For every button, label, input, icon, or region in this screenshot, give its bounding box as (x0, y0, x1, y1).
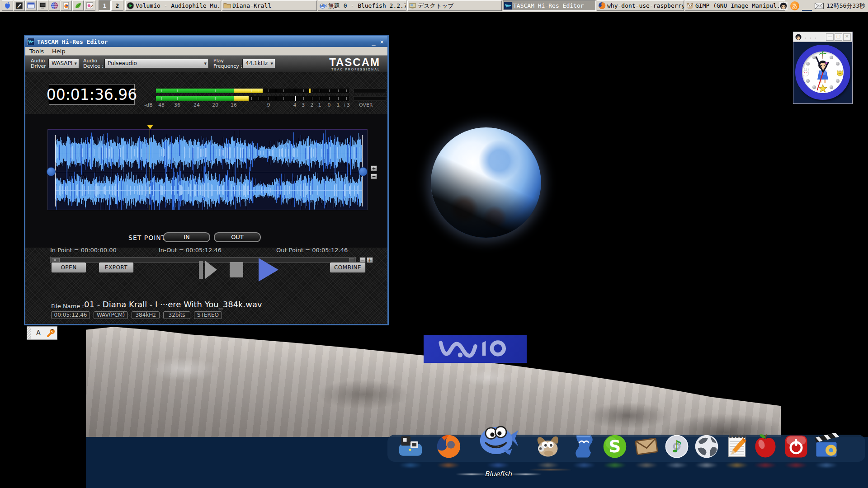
combine-button[interactable]: COMBINE (330, 262, 366, 273)
input-helper-widget[interactable]: A (27, 326, 57, 340)
out-point-handle[interactable] (359, 167, 368, 176)
open-button[interactable]: OPEN (51, 262, 86, 273)
horizontal-zoom-in-button[interactable]: + (367, 257, 373, 263)
dock-icon-reflection (754, 463, 777, 467)
level-meter-right-channel (156, 96, 349, 101)
window-titlebar[interactable]: TASCAM Hi-Res Editor _ ✕ (25, 36, 387, 47)
audio-settings-toolbar: AudioDriver : WASAPI AudioDevice : Pulse… (25, 56, 387, 72)
audio-driver-label: AudioDriver : (31, 58, 49, 69)
dock-icon-reflection (437, 463, 460, 467)
task-button-bluefish[interactable]: 無題 0 - Bluefish 2.2.7 (318, 0, 406, 11)
vertical-zoom-in-button[interactable]: + (371, 165, 377, 171)
task-button-firefox[interactable]: why-dont-use-raspberry-... (597, 0, 684, 11)
menubar: Tools Help (25, 47, 387, 56)
maximize-button[interactable]: ▢ (835, 33, 842, 41)
playhead-line[interactable] (150, 129, 150, 210)
launcher-leaf-app-icon[interactable] (72, 0, 84, 11)
dock-item-gimp[interactable] (534, 433, 561, 460)
helper-label[interactable]: A (31, 329, 46, 337)
task-label: デスクトップ (418, 2, 454, 10)
step-play-icon[interactable] (205, 261, 217, 279)
dock-item-openoffice[interactable] (571, 433, 598, 460)
task-label: TASCAM Hi-Res Editor (513, 2, 584, 9)
task-button-gimp[interactable]: GIMP (GNU Image Manipul... (685, 0, 785, 11)
task-button-desktop[interactable]: デスクトップ (407, 0, 502, 11)
launcher-web-globe-icon[interactable] (49, 0, 60, 11)
clock-hour-dot (836, 62, 840, 66)
minimized-window-icon[interactable] (802, 4, 812, 11)
dock-item-apple[interactable] (752, 433, 779, 460)
workspace-button-1[interactable]: 1 (99, 0, 111, 11)
dock-item-workspace-switcher[interactable] (397, 433, 424, 460)
meter-scale-tick-label: 48 (158, 102, 165, 108)
export-button[interactable]: EXPORT (99, 262, 134, 273)
dock-icon-reflection (815, 463, 838, 467)
meter-scale-tick-label: 1 (318, 102, 321, 108)
dock-item-bluefish[interactable] (477, 418, 519, 460)
task-button-tascam[interactable]: TASCAM Hi-Res Editor (503, 0, 596, 11)
minimize-button[interactable]: _ (372, 38, 375, 45)
dock-item-skype[interactable]: S (601, 433, 628, 460)
workspace-button-2[interactable]: 2 (111, 0, 123, 11)
dock-item-music[interactable]: ♪ (663, 433, 690, 460)
pause-icon[interactable] (199, 261, 203, 279)
playhead-marker[interactable] (147, 125, 153, 129)
set-in-button[interactable]: IN (163, 232, 210, 242)
play-frequency-label: PlayFrequency : (213, 58, 242, 69)
close-button[interactable]: ✕ (380, 38, 384, 45)
clock-widget-titlebar[interactable]: . . . — ▢ ✕ (793, 32, 852, 42)
task-label: 無題 0 - Bluefish 2.2.7 (328, 2, 406, 10)
waveform-canvas[interactable] (48, 130, 367, 210)
task-button-folder[interactable]: Diana-Krall (222, 0, 317, 11)
minimize-button[interactable]: — (826, 33, 834, 41)
meter-scale-tick-label: 16 (231, 102, 237, 108)
firefox-icon (598, 2, 606, 9)
dock-hover-label: Bluefish (485, 470, 512, 478)
meter-scale-tick-label: 24 (193, 102, 200, 108)
audio-device-select[interactable]: Pulseaudio (104, 59, 209, 68)
dock-icon-reflection (725, 463, 749, 467)
play-frequency-select[interactable]: 44.1kHz (242, 59, 275, 68)
launcher-paint-app-icon[interactable] (84, 0, 95, 11)
analog-clock-face (795, 45, 850, 100)
launcher-text-editor-icon[interactable] (14, 0, 25, 11)
dock-item-mail[interactable] (633, 433, 660, 460)
girl-avatar-tray-icon[interactable] (779, 2, 788, 10)
close-button[interactable]: ✕ (843, 33, 851, 41)
dock-item-web-globe[interactable] (693, 433, 720, 460)
audio-driver-select[interactable]: WASAPI (48, 59, 79, 68)
clock-hour-dot (806, 79, 810, 83)
wrench-icon[interactable] (46, 328, 55, 338)
audio-device-label: AudioDevice : (83, 58, 104, 69)
meter-scale-tick-label: 36 (174, 102, 180, 108)
launcher-window-manager-icon[interactable] (25, 0, 37, 11)
drag-grip[interactable] (27, 327, 31, 339)
vertical-zoom-out-button[interactable]: − (371, 174, 377, 179)
launcher-apple-menu-icon[interactable] (2, 0, 13, 11)
launcher-firefox-doc-icon[interactable] (61, 0, 72, 11)
mail-envelope-icon[interactable] (815, 3, 824, 9)
dock-icon-reflection (536, 463, 560, 467)
dock-item-notes[interactable] (723, 433, 750, 460)
task-button-volumio[interactable]: Volumio - Audiophile Mu... (125, 0, 221, 11)
meter-scale-labels: -dB OVER 48362420169432101+3 (156, 102, 391, 108)
ime-indicator-icon[interactable]: あ (790, 1, 799, 10)
waveform-panel[interactable] (47, 129, 368, 210)
waveform-scrollbar[interactable] (50, 257, 356, 263)
stop-button[interactable] (230, 262, 243, 277)
vaio-logo (424, 335, 527, 363)
dock-icon-reflection (784, 463, 808, 467)
palm-tree-decoration (818, 51, 827, 60)
launcher-monitor-icon[interactable] (37, 0, 48, 11)
dock-item-video[interactable] (813, 433, 840, 460)
play-button[interactable] (259, 258, 278, 282)
set-out-button[interactable]: OUT (214, 232, 261, 242)
tascam-brand-logo: TASCAM TEAC PROFESSIONAL (329, 57, 380, 71)
dock-item-firefox[interactable] (435, 433, 462, 460)
set-point-row: SET POINT IN OUT (25, 232, 387, 244)
tascam-icon (504, 2, 512, 9)
in-point-handle[interactable] (47, 167, 56, 176)
menu-tools[interactable]: Tools (25, 48, 48, 55)
menu-help[interactable]: Help (48, 48, 70, 55)
dock-item-power[interactable] (783, 433, 810, 460)
